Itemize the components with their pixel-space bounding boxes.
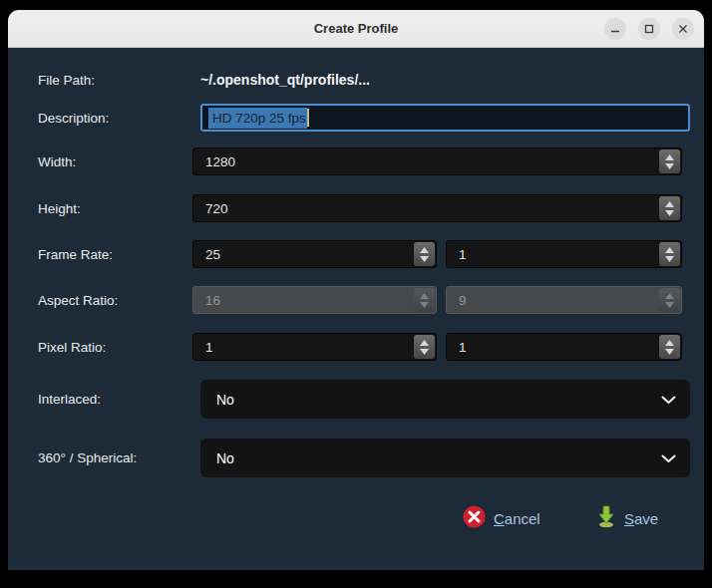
- aspect-ratio-denominator-value: 9: [447, 287, 658, 313]
- file-path-label: File Path:: [38, 73, 95, 88]
- cancel-button[interactable]: Cancel: [463, 503, 540, 533]
- spinner-buttons-icon[interactable]: [659, 335, 680, 359]
- pixel-ratio-numerator-value: 1: [193, 334, 413, 360]
- save-button-label: Save: [624, 510, 658, 527]
- maximize-button[interactable]: [638, 18, 660, 40]
- pixel-ratio-label: Pixel Ratio:: [38, 340, 106, 355]
- pixel-ratio-denominator-value: 1: [447, 334, 658, 360]
- minimize-icon: [610, 24, 620, 34]
- width-spinbox[interactable]: 1280: [192, 147, 682, 175]
- height-label: Height:: [38, 201, 81, 216]
- description-selected-text: HD 720p 25 fps: [208, 108, 307, 129]
- height-value: 720: [193, 195, 658, 221]
- aspect-ratio-label: Aspect Ratio:: [38, 293, 118, 308]
- window-controls: [604, 10, 694, 48]
- file-path-value: ~/.openshot_qt/profiles/...: [200, 72, 370, 88]
- cancel-icon: [463, 505, 486, 532]
- pixel-ratio-denominator-spinbox[interactable]: 1: [446, 333, 682, 361]
- title-bar[interactable]: Create Profile: [8, 10, 704, 48]
- create-profile-dialog: Create Profile: [8, 10, 704, 570]
- spinner-buttons-icon[interactable]: [659, 149, 680, 173]
- text-cursor: [307, 109, 309, 127]
- description-input[interactable]: HD 720p 25 fps: [200, 104, 690, 132]
- frame-rate-numerator-spinbox[interactable]: 25: [192, 240, 437, 268]
- frame-rate-label: Frame Rate:: [38, 247, 113, 262]
- chevron-down-icon: [661, 392, 676, 408]
- window-title: Create Profile: [314, 21, 399, 36]
- interlaced-dropdown[interactable]: No: [200, 380, 690, 419]
- minimize-button[interactable]: [604, 18, 626, 40]
- description-label: Description:: [38, 111, 109, 126]
- aspect-ratio-denominator-spinbox: 9: [446, 286, 682, 314]
- spinner-buttons-icon[interactable]: [659, 242, 680, 266]
- spinner-buttons-icon[interactable]: [414, 242, 435, 266]
- screenshot-stage: Create Profile: [0, 0, 712, 588]
- spherical-value: No: [216, 450, 661, 466]
- interlaced-label: Interlaced:: [38, 392, 101, 407]
- close-icon: [678, 24, 688, 34]
- close-button[interactable]: [672, 18, 694, 40]
- spinner-buttons-icon[interactable]: [414, 335, 435, 359]
- spherical-dropdown[interactable]: No: [200, 439, 690, 477]
- aspect-ratio-numerator-spinbox: 16: [192, 286, 437, 314]
- interlaced-value: No: [216, 392, 661, 408]
- chevron-down-icon: [661, 450, 676, 466]
- spinner-buttons-icon: [414, 288, 435, 312]
- frame-rate-denominator-value: 1: [447, 241, 658, 267]
- pixel-ratio-numerator-spinbox[interactable]: 1: [192, 333, 437, 361]
- save-icon: [596, 504, 616, 532]
- spinner-buttons-icon[interactable]: [659, 196, 680, 220]
- aspect-ratio-numerator-value: 16: [193, 287, 413, 313]
- frame-rate-denominator-spinbox[interactable]: 1: [446, 240, 682, 268]
- height-spinbox[interactable]: 720: [192, 194, 682, 222]
- spherical-label: 360° / Spherical:: [38, 450, 137, 465]
- save-button[interactable]: Save: [596, 503, 658, 533]
- width-value: 1280: [193, 148, 658, 174]
- maximize-icon: [644, 24, 654, 34]
- cancel-button-label: Cancel: [494, 510, 540, 527]
- spinner-buttons-icon: [659, 288, 680, 312]
- width-label: Width:: [38, 154, 76, 169]
- frame-rate-numerator-value: 25: [193, 241, 413, 267]
